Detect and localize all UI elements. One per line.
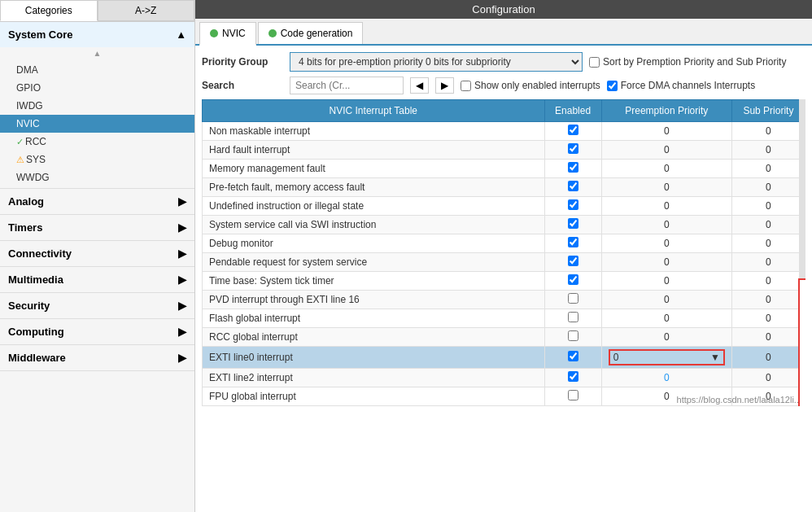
row-subpriority[interactable]: 0 (731, 369, 805, 387)
section-header-connectivity[interactable]: Connectivity ▶ (0, 241, 194, 266)
sidebar-item-dma[interactable]: DMA (0, 61, 194, 79)
section-header-analog[interactable]: Analog ▶ (0, 189, 194, 214)
row-subpriority[interactable]: 0 (731, 309, 805, 328)
row-enabled[interactable] (544, 387, 601, 406)
tab-code-gen[interactable]: Code generation (258, 22, 364, 44)
section-header-multimedia[interactable]: Multimedia ▶ (0, 267, 194, 292)
dropdown-option-8[interactable]: 8 (800, 280, 805, 298)
row-enabled[interactable] (544, 234, 601, 253)
row-preemption[interactable]: 0 (601, 291, 731, 309)
sidebar-item-iwdg[interactable]: IWDG (0, 97, 194, 115)
search-input[interactable] (290, 77, 404, 94)
row-enabled[interactable] (544, 141, 601, 160)
show-only-enabled-checkbox[interactable] (461, 81, 471, 91)
row-subpriority[interactable]: 0 (731, 141, 805, 160)
tab-nvic-label: NVIC (222, 28, 246, 39)
row-enabled-exti0[interactable] (544, 347, 601, 369)
row-subpriority[interactable]: 0 (731, 253, 805, 272)
system-core-items: DMA GPIO IWDG NVIC ✓RCC ⚠SYS WWDG (0, 59, 194, 188)
dropdown-option-10[interactable]: 10 (800, 316, 805, 334)
row-enabled[interactable] (544, 160, 601, 178)
table-row: Pendable request for system service 0 0 (203, 253, 805, 272)
dropdown-option-13[interactable]: 13 (800, 370, 805, 387)
sidebar-item-sys[interactable]: ⚠SYS (0, 151, 194, 168)
tab-nvic[interactable]: NVIC (199, 22, 256, 46)
scroll-up-indicator[interactable]: ▲ (0, 47, 194, 59)
row-subpriority[interactable]: 0 (731, 160, 805, 178)
row-subpriority[interactable]: 0 (731, 178, 805, 197)
force-dma-label[interactable]: Force DMA channels Interrupts (607, 80, 755, 91)
section-header-security[interactable]: Security ▶ (0, 293, 194, 318)
dropdown-option-15[interactable]: 15 (800, 405, 805, 406)
priority-group-select[interactable]: 4 bits for pre-emption priority 0 bits f… (290, 52, 583, 72)
row-preemption[interactable]: 0 (601, 216, 731, 234)
section-label-analog: Analog (8, 195, 44, 208)
section-header-system-core[interactable]: System Core ▲ (0, 22, 194, 47)
row-subpriority[interactable]: 0 (731, 216, 805, 234)
row-enabled[interactable] (544, 272, 601, 291)
col-header-name: NVIC Interrupt Table (203, 100, 545, 122)
row-enabled[interactable] (544, 197, 601, 216)
row-preemption[interactable]: 0 (601, 234, 731, 253)
sort-checkbox-label[interactable]: Sort by Premption Priority and Sub Prior… (589, 56, 786, 68)
tab-categories[interactable]: Categories (0, 0, 98, 21)
content-area: Configuration NVIC Code generation Prior… (195, 0, 812, 512)
priority-group-row: Priority Group 4 bits for pre-emption pr… (202, 52, 805, 72)
sort-checkbox[interactable] (589, 57, 600, 68)
row-enabled[interactable] (544, 216, 601, 234)
nvic-tab-dot (210, 29, 218, 37)
row-preemption[interactable]: 0 (601, 178, 731, 197)
row-preemption[interactable]: 0 (601, 272, 731, 291)
section-header-middleware[interactable]: Middleware ▶ (0, 345, 194, 370)
chevron-right-icon-security: ▶ (178, 300, 186, 312)
row-preemption[interactable]: 0 (601, 309, 731, 328)
sidebar-item-nvic[interactable]: NVIC (0, 115, 194, 133)
search-next-button[interactable]: ▶ (435, 77, 454, 94)
row-enabled[interactable] (544, 178, 601, 197)
sidebar-item-gpio[interactable]: GPIO (0, 79, 194, 97)
search-prev-button[interactable]: ◀ (410, 77, 429, 94)
row-subpriority[interactable]: 0 (731, 234, 805, 253)
watermark: https://blog.csdn.net/lalala12li... (677, 395, 801, 405)
main-layout: Categories A->Z System Core ▲ ▲ DMA GPIO… (0, 0, 812, 512)
row-subpriority[interactable]: 0 (731, 122, 805, 141)
sidebar-item-rcc[interactable]: ✓RCC (0, 133, 194, 151)
section-header-timers[interactable]: Timers ▶ (0, 215, 194, 240)
row-subpriority[interactable]: 0 (731, 197, 805, 216)
row-enabled[interactable] (544, 291, 601, 309)
tab-az[interactable]: A->Z (98, 0, 195, 21)
preemption-dropdown-overlay: 8 9 10 11 12 13 14 15 (798, 278, 805, 406)
dropdown-option-9[interactable]: 9 (800, 298, 805, 316)
sidebar-item-wwdg[interactable]: WWDG (0, 168, 194, 186)
row-enabled[interactable] (544, 328, 601, 347)
force-dma-checkbox[interactable] (607, 81, 618, 91)
row-preemption[interactable]: 0 (601, 141, 731, 160)
sort-checkbox-text: Sort by Premption Priority and Sub Prior… (603, 56, 786, 68)
row-preemption[interactable]: 0 (601, 197, 731, 216)
dropdown-option-12[interactable]: 12 (800, 352, 805, 370)
section-header-computing[interactable]: Computing ▶ (0, 319, 194, 344)
show-only-enabled-label[interactable]: Show only enabled interrupts (461, 80, 600, 91)
row-subpriority[interactable]: 0 (731, 328, 805, 347)
dropdown-option-14[interactable]: 14 (800, 387, 805, 405)
row-name: RCC global interrupt (203, 328, 545, 347)
section-label-system-core: System Core (8, 28, 72, 41)
row-preemption-exti0[interactable]: 0 ▼ (601, 347, 731, 369)
row-preemption[interactable]: 0 (601, 122, 731, 141)
row-name: Time base: System tick timer (203, 272, 545, 291)
row-enabled[interactable] (544, 253, 601, 272)
dropdown-option-11[interactable]: 11 (800, 334, 805, 352)
row-subpriority[interactable]: 0 (731, 272, 805, 291)
tab-bar: NVIC Code generation (195, 19, 812, 46)
row-subpriority[interactable]: 0 (731, 291, 805, 309)
row-preemption[interactable]: 0 (601, 253, 731, 272)
preemption-dropdown[interactable]: 0 ▼ (609, 349, 725, 365)
row-enabled[interactable] (544, 369, 601, 387)
row-enabled[interactable] (544, 122, 601, 141)
row-subpriority-exti0[interactable]: 0 (731, 347, 805, 369)
row-enabled[interactable] (544, 309, 601, 328)
row-preemption[interactable]: 0 (601, 369, 731, 387)
dropdown-arrow-icon[interactable]: ▼ (710, 352, 720, 363)
row-preemption[interactable]: 0 (601, 160, 731, 178)
row-preemption[interactable]: 0 (601, 328, 731, 347)
